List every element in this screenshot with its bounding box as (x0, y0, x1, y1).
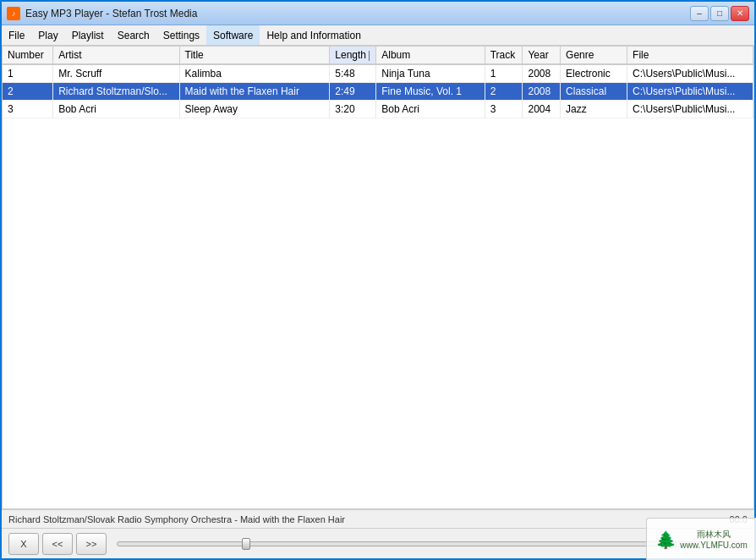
col-file[interactable]: File (627, 47, 753, 64)
title-buttons: – □ ✕ (690, 6, 749, 21)
cell-year: 2008 (523, 83, 561, 101)
cell-number: 1 (3, 64, 53, 83)
resize-handle-length[interactable]: | (368, 49, 370, 61)
watermark: 🌲 雨林木风 www.YLMFU.com (646, 518, 756, 560)
col-year[interactable]: Year (523, 47, 561, 64)
cell-album: Bob Acri (376, 101, 485, 118)
title-bar-left: ♪ Easy MP3 Player - Stefan Trost Media (7, 7, 197, 20)
cell-year: 2004 (523, 101, 561, 118)
cell-track: 1 (485, 64, 523, 83)
cell-track: 2 (485, 83, 523, 101)
window-title: Easy MP3 Player - Stefan Trost Media (25, 8, 197, 19)
cell-file: C:\Users\Public\Musi... (627, 83, 753, 101)
table-row[interactable]: 1Mr. ScruffKalimba5:48Ninja Tuna12008Ele… (3, 64, 753, 83)
table-row[interactable]: 2Richard Stoltzman/Slo...Maid with the F… (3, 83, 753, 101)
col-artist[interactable]: Artist (53, 47, 179, 64)
col-title[interactable]: Title (179, 47, 330, 64)
menu-bar: File Play Playlist Search Settings Softw… (2, 25, 754, 46)
cell-genre: Jazz (561, 101, 627, 118)
cell-number: 3 (3, 101, 53, 118)
watermark-site: www.YLMFU.com (680, 540, 747, 551)
cell-genre: Electronic (561, 64, 627, 83)
col-album[interactable]: Album (376, 47, 485, 64)
status-bar: Richard Stoltzman/Slovak Radio Symphony … (2, 509, 754, 528)
title-bar: ♪ Easy MP3 Player - Stefan Trost Media –… (2, 2, 754, 25)
menu-play[interactable]: Play (31, 25, 64, 45)
maximize-button[interactable]: □ (710, 6, 729, 21)
app-icon: ♪ (7, 7, 20, 20)
playlist-table: Number Artist Title Length| Album Track … (3, 47, 753, 118)
cell-artist: Richard Stoltzman/Slo... (53, 83, 179, 101)
cell-title: Kalimba (179, 64, 330, 83)
watermark-brand: 雨林木风 (680, 529, 747, 540)
status-track-info: Richard Stoltzman/Slovak Radio Symphony … (8, 514, 345, 524)
table-row[interactable]: 3Bob AcriSleep Away3:20Bob Acri32004Jazz… (3, 101, 753, 118)
prev-button[interactable]: << (42, 533, 73, 555)
col-track[interactable]: Track (485, 47, 523, 64)
cell-year: 2008 (523, 64, 561, 83)
app-window: ♪ Easy MP3 Player - Stefan Trost Media –… (0, 0, 756, 560)
col-genre[interactable]: Genre (561, 47, 627, 64)
cell-file: C:\Users\Public\Musi... (627, 101, 753, 118)
cell-title: Sleep Away (179, 101, 330, 118)
close-button[interactable]: ✕ (731, 6, 749, 21)
stop-button[interactable]: X (8, 533, 39, 555)
col-length[interactable]: Length| (330, 47, 376, 64)
cell-artist: Mr. Scruff (53, 64, 179, 83)
cell-genre: Classical (561, 83, 627, 101)
controls-bar: X << >> (2, 528, 754, 558)
seek-thumb[interactable] (242, 538, 250, 550)
cell-album: Ninja Tuna (376, 64, 485, 83)
menu-playlist[interactable]: Playlist (65, 25, 111, 45)
cell-number: 2 (3, 83, 53, 101)
content-area: Number Artist Title Length| Album Track … (2, 46, 754, 509)
cell-album: Fine Music, Vol. 1 (376, 83, 485, 101)
cell-length: 2:49 (330, 83, 376, 101)
cell-file: C:\Users\Public\Musi... (627, 64, 753, 83)
minimize-button[interactable]: – (690, 6, 709, 21)
next-button[interactable]: >> (76, 533, 107, 555)
cell-artist: Bob Acri (53, 101, 179, 118)
menu-search[interactable]: Search (111, 25, 156, 45)
table-header-row: Number Artist Title Length| Album Track … (3, 47, 753, 64)
cell-length: 3:20 (330, 101, 376, 118)
cell-title: Maid with the Flaxen Hair (179, 83, 330, 101)
menu-settings[interactable]: Settings (156, 25, 206, 45)
cell-track: 3 (485, 101, 523, 118)
menu-help[interactable]: Help and Information (260, 25, 367, 45)
menu-software[interactable]: Software (206, 25, 260, 45)
watermark-text: 雨林木风 www.YLMFU.com (680, 529, 747, 551)
menu-file[interactable]: File (2, 25, 31, 45)
col-number[interactable]: Number (3, 47, 53, 64)
cell-length: 5:48 (330, 64, 376, 83)
watermark-tree-icon: 🌲 (655, 530, 677, 550)
